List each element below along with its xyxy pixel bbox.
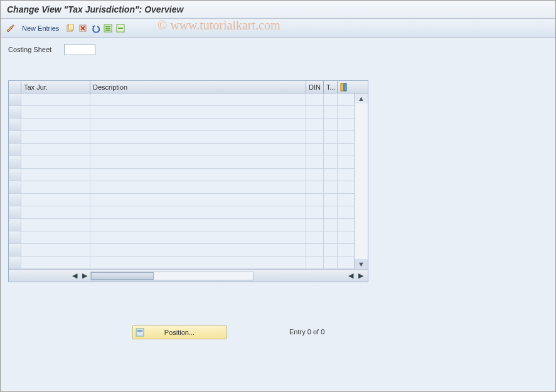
cell-din[interactable] <box>306 244 324 256</box>
header-tax-jur[interactable]: Tax Jur. <box>21 81 90 93</box>
scroll-right-icon[interactable]: ◀ <box>346 272 355 280</box>
header-description[interactable]: Description <box>90 81 306 93</box>
cell-t[interactable] <box>324 119 338 130</box>
cell-t[interactable] <box>324 231 338 243</box>
h-thumb[interactable] <box>91 272 154 280</box>
undo-icon[interactable] <box>90 23 100 33</box>
table-row[interactable] <box>9 169 354 181</box>
cell-tax-jur[interactable] <box>21 169 90 181</box>
cell-tax-jur[interactable] <box>21 144 90 156</box>
table-row[interactable] <box>9 156 354 169</box>
cell-description[interactable] <box>90 194 306 206</box>
table-row[interactable] <box>9 244 354 257</box>
cell-t[interactable] <box>324 244 338 256</box>
row-selector[interactable] <box>9 156 21 168</box>
scroll-last-icon[interactable]: ▶ <box>356 272 365 280</box>
cell-description[interactable] <box>90 169 306 181</box>
cell-t[interactable] <box>324 144 338 156</box>
row-selector[interactable] <box>9 244 21 256</box>
table-row[interactable] <box>9 93 354 106</box>
cell-din[interactable] <box>306 206 324 218</box>
header-select[interactable] <box>9 81 21 93</box>
cell-tax-jur[interactable] <box>21 206 90 218</box>
row-selector[interactable] <box>9 206 21 218</box>
cell-tax-jur[interactable] <box>21 194 90 206</box>
cell-tax-jur[interactable] <box>21 181 90 193</box>
row-selector[interactable] <box>9 219 21 231</box>
cell-din[interactable] <box>306 194 324 206</box>
row-selector[interactable] <box>9 231 21 243</box>
cell-t[interactable] <box>324 156 338 168</box>
cell-description[interactable] <box>90 131 306 143</box>
cell-t[interactable] <box>324 257 338 268</box>
cell-t[interactable] <box>324 106 338 118</box>
cell-description[interactable] <box>90 206 306 218</box>
cell-t[interactable] <box>324 219 338 231</box>
cell-din[interactable] <box>306 119 324 130</box>
header-t[interactable]: T... <box>324 81 338 93</box>
costing-sheet-input[interactable] <box>64 44 95 55</box>
cell-tax-jur[interactable] <box>21 244 90 256</box>
scroll-left-icon[interactable]: ▶ <box>80 272 89 280</box>
table-row[interactable] <box>9 219 354 231</box>
cell-din[interactable] <box>306 231 324 243</box>
scroll-up-icon[interactable]: ▲ <box>355 93 368 103</box>
cell-tax-jur[interactable] <box>21 106 90 118</box>
cell-description[interactable] <box>90 119 306 130</box>
cell-description[interactable] <box>90 231 306 243</box>
cell-tax-jur[interactable] <box>21 131 90 143</box>
cell-din[interactable] <box>306 181 324 193</box>
row-selector[interactable] <box>9 119 21 130</box>
horizontal-scrollbar[interactable]: ◀ ▶ ◀ ▶ <box>9 269 368 282</box>
row-selector[interactable] <box>9 181 21 193</box>
deselect-all-icon[interactable] <box>115 23 126 33</box>
row-selector[interactable] <box>9 257 21 268</box>
row-selector[interactable] <box>9 169 21 181</box>
cell-t[interactable] <box>324 131 338 143</box>
cell-din[interactable] <box>306 131 324 143</box>
cell-description[interactable] <box>90 144 306 156</box>
cell-t[interactable] <box>324 194 338 206</box>
position-button[interactable]: Position... <box>132 326 227 339</box>
scroll-first-icon[interactable]: ◀ <box>70 272 79 280</box>
row-selector[interactable] <box>9 93 21 105</box>
table-row[interactable] <box>9 144 354 156</box>
cell-description[interactable] <box>90 257 306 268</box>
cell-din[interactable] <box>306 144 324 156</box>
table-row[interactable] <box>9 181 354 194</box>
cell-din[interactable] <box>306 156 324 168</box>
row-selector[interactable] <box>9 131 21 143</box>
vertical-scrollbar[interactable]: ▲ ▼ <box>354 93 368 269</box>
table-row[interactable] <box>9 206 354 219</box>
delete-icon[interactable] <box>78 23 88 33</box>
cell-t[interactable] <box>324 206 338 218</box>
row-selector[interactable] <box>9 194 21 206</box>
header-din[interactable]: DIN <box>306 81 324 93</box>
cell-t[interactable] <box>324 181 338 193</box>
copy-icon[interactable] <box>65 23 75 33</box>
cell-tax-jur[interactable] <box>21 93 90 105</box>
select-all-icon[interactable] <box>103 23 113 33</box>
table-row[interactable] <box>9 106 354 119</box>
cell-description[interactable] <box>90 219 306 231</box>
table-row[interactable] <box>9 131 354 144</box>
row-selector[interactable] <box>9 106 21 118</box>
scroll-down-icon[interactable]: ▼ <box>355 259 368 269</box>
cell-din[interactable] <box>306 257 324 268</box>
cell-tax-jur[interactable] <box>21 257 90 268</box>
cell-tax-jur[interactable] <box>21 219 90 231</box>
cell-t[interactable] <box>324 169 338 181</box>
cell-tax-jur[interactable] <box>21 156 90 168</box>
cell-din[interactable] <box>306 106 324 118</box>
cell-tax-jur[interactable] <box>21 119 90 130</box>
cell-tax-jur[interactable] <box>21 231 90 243</box>
cell-t[interactable] <box>324 93 338 105</box>
table-row[interactable] <box>9 194 354 206</box>
cell-din[interactable] <box>306 169 324 181</box>
cell-description[interactable] <box>90 181 306 193</box>
new-entries-button[interactable]: New Entries <box>22 24 59 32</box>
header-configure[interactable] <box>338 81 351 93</box>
cell-description[interactable] <box>90 156 306 168</box>
cell-din[interactable] <box>306 219 324 231</box>
h-track[interactable] <box>90 272 254 280</box>
